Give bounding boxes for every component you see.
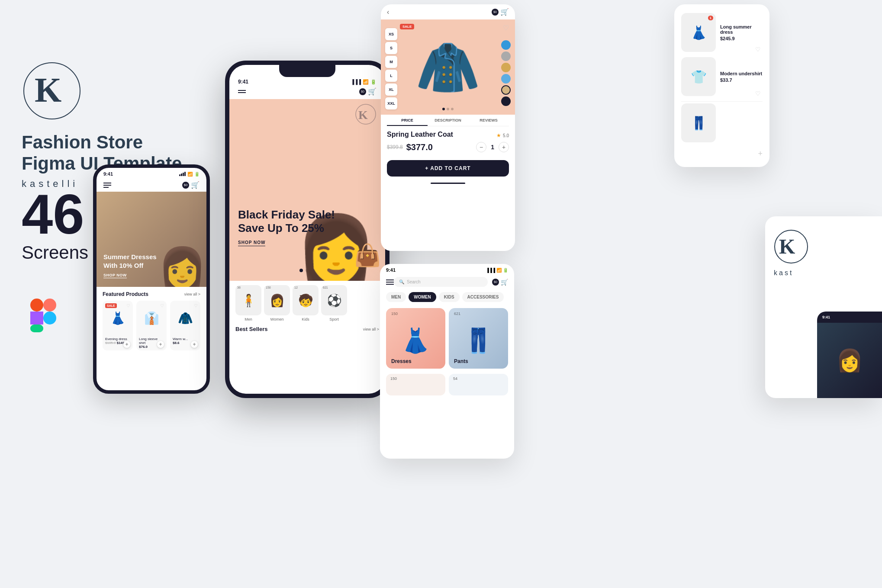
color-gold[interactable] [501, 63, 511, 72]
cat-time: 9:41 [386, 267, 396, 273]
current-price-2: $76.0 [139, 345, 148, 349]
product-card-3[interactable]: ♡ 🧥 + Warm w... $8.6 [170, 301, 200, 350]
cat-menu-icon[interactable] [386, 280, 394, 285]
count-section: 46 Screens [22, 186, 88, 263]
detail-tabs: PRICE DESCRIPTION REVIEWS [387, 115, 509, 126]
rpl-name-1: Long summer dress [720, 24, 763, 35]
size-s[interactable]: S [385, 42, 397, 54]
divider [681, 101, 763, 102]
small-shop-now[interactable]: SHOP NOW [103, 273, 127, 278]
rpl-emoji-2: 👕 [691, 69, 707, 84]
count-item-150[interactable]: 150 [386, 374, 445, 395]
heart-icon-2[interactable]: ♡ [160, 303, 164, 308]
cat-dresses-label: Dresses [391, 358, 412, 364]
color-tan-selected[interactable] [501, 85, 511, 95]
filter-men[interactable]: MEN [386, 292, 406, 302]
color-dark[interactable] [501, 96, 511, 106]
small-hero-text: Summer DressesWith 10% Off [103, 253, 157, 270]
current-price: $377.0 [406, 142, 433, 152]
color-lightblue[interactable] [501, 74, 511, 84]
rpl-item-3: 👖 [681, 103, 763, 142]
large-menu-icon[interactable] [238, 90, 246, 93]
size-xxl[interactable]: XXL [385, 97, 397, 109]
category-men-label: Men [245, 317, 252, 321]
category-sport[interactable]: 621 ⚽ Sport [321, 285, 347, 321]
color-gray[interactable] [501, 51, 511, 61]
add-more-icon[interactable]: + [681, 149, 763, 158]
product-name: Spring Leather Coat [387, 131, 453, 138]
add-button-2[interactable]: + [157, 341, 164, 348]
rating-value: 5.0 [503, 133, 509, 138]
mini-phone-preview: 9:41 👩 [817, 312, 882, 398]
product-detail-card: ‹ $0 🛒 SALE ♡ XS S M L XL XXL 🧥 [381, 4, 515, 251]
heart-icon[interactable]: ♡ [126, 303, 130, 308]
add-to-cart-label: + ADD TO CART [425, 165, 470, 171]
small-hero-banner: 👩 Summer DressesWith 10% Off SHOP NOW [97, 192, 206, 287]
category-women[interactable]: 150 👩 Women [264, 285, 290, 321]
small-status-bar: 9:41 📶 🔋 [97, 168, 206, 178]
best-sellers-view-all[interactable]: view all > [363, 327, 379, 331]
img-dot-2[interactable] [447, 108, 449, 110]
filter-tabs: MEN WOMEN KIDS ACCESSORIES [380, 289, 514, 305]
product-model-image: 🧥 [415, 41, 480, 93]
view-all-link[interactable]: view all > [184, 292, 200, 296]
cat-cart[interactable]: $0 🛒 [492, 279, 508, 286]
menu-icon[interactable] [103, 183, 111, 188]
cat-grid: 150 👗 Dresses 621 👖 Pants [380, 305, 514, 372]
filter-women[interactable]: WOMEN [409, 292, 436, 302]
add-button-3[interactable]: + [191, 341, 198, 348]
heart-icon-3[interactable]: ♡ [194, 303, 198, 308]
category-men[interactable]: 36 🧍 Men [235, 285, 261, 321]
category-sport-label: Sport [329, 317, 339, 321]
add-to-cart-button[interactable]: + ADD TO CART [387, 160, 509, 177]
add-button-1[interactable]: + [123, 341, 130, 348]
large-time: 9:41 [238, 79, 248, 85]
tab-reviews[interactable]: REVIEWS [468, 115, 509, 126]
img-dot-1[interactable] [442, 108, 445, 110]
count-item-54[interactable]: 54 [449, 374, 508, 395]
phone-large-center: 9:41 ▐▐▐📶🔋 $0 🛒 K � [225, 61, 389, 398]
large-hero-text-main: Black Friday Sale!Save Up To 25% [238, 208, 335, 235]
category-kids[interactable]: 12 🧒 Kids [293, 285, 319, 321]
cart-icon[interactable]: $0 🛒 [182, 181, 200, 189]
cat-pants[interactable]: 621 👖 Pants [449, 308, 508, 369]
svg-rect-2 [30, 299, 43, 312]
cat-dresses[interactable]: 150 👗 Dresses [386, 308, 445, 369]
detail-header: ‹ $0 🛒 [381, 4, 515, 19]
size-xs[interactable]: XS [385, 28, 397, 40]
svg-rect-7 [30, 325, 43, 332]
rpl-price-2: $33.7 [720, 77, 762, 83]
rpl-emoji-1: 👗 [691, 25, 707, 40]
product-card-1[interactable]: SALE ♡ 👗 + Evening dress $185.0 $149.9 [103, 301, 133, 350]
color-blue[interactable] [501, 40, 511, 50]
tab-description[interactable]: DESCRIPTION [428, 115, 468, 126]
qty-plus[interactable]: + [499, 142, 509, 152]
img-dot-3[interactable] [451, 108, 454, 110]
product-card-2[interactable]: ♡ 👔 + Long sleeve shirt $76.0 [136, 301, 167, 350]
detail-cart[interactable]: $0 🛒 [492, 8, 509, 16]
search-bar[interactable]: 🔍 Search [394, 277, 488, 287]
large-cart-icon[interactable]: $0 🛒 [359, 87, 377, 96]
category-women-label: Women [270, 317, 284, 321]
brand-logo: K [22, 61, 82, 121]
large-shop-now[interactable]: SHOP NOW [238, 240, 265, 246]
product-name-3: Warm w... [173, 337, 198, 341]
detail-heart-icon[interactable]: ♡ [503, 24, 509, 32]
tab-price[interactable]: PRICE [387, 115, 428, 126]
product-info: Spring Leather Coat ★ 5.0 $399.8 $377.0 … [381, 126, 515, 157]
phone-notch [279, 65, 335, 77]
categories-row: 36 🧍 Men 150 👩 Women 12 🧒 Kids [229, 281, 385, 326]
filter-accessories[interactable]: ACCESSORIES [462, 292, 504, 302]
detail-sale-badge: SALE [400, 24, 414, 29]
svg-text:K: K [779, 235, 795, 258]
best-sellers-title: Best Sellers [235, 326, 267, 332]
rpl-img-1: 👗 1 [681, 13, 716, 52]
size-xl[interactable]: XL [385, 84, 397, 96]
size-m[interactable]: M [385, 56, 397, 68]
filter-kids[interactable]: KIDS [439, 292, 460, 302]
qty-minus[interactable]: − [476, 142, 486, 152]
back-button[interactable]: ‹ [387, 8, 389, 16]
svg-point-6 [43, 312, 56, 325]
rpl-img-2: 👕 [681, 57, 716, 96]
size-l[interactable]: L [385, 70, 397, 82]
